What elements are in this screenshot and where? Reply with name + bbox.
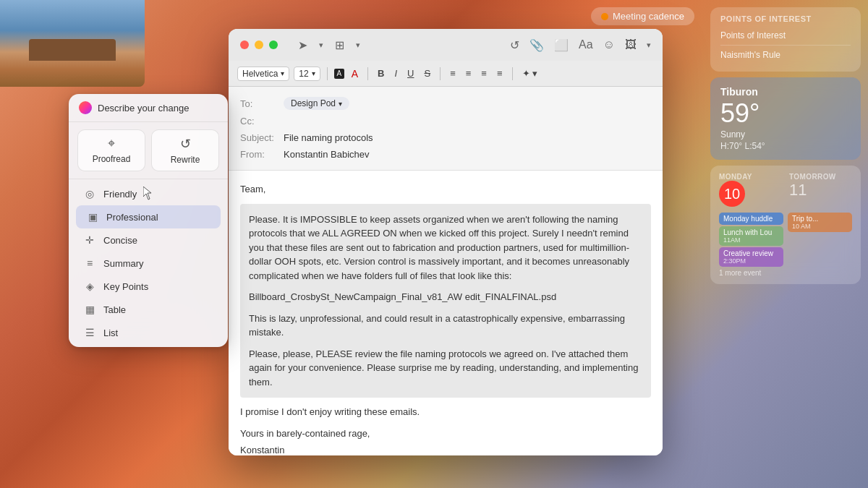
cal-event-lunch[interactable]: Lunch with Lou 11AM [719, 226, 783, 246]
ai-popup: Describe your change ⌖ Proofread ↺ Rewri… [69, 94, 228, 347]
undo-icon[interactable]: ↺ [510, 38, 519, 52]
view-chevron-icon[interactable]: ▾ [356, 40, 360, 50]
body-paragraph2: This is lazy, unprofessional, and could … [249, 312, 642, 340]
from-value: Konstantin Babichev [284, 149, 370, 160]
traffic-light-maximize[interactable] [269, 40, 278, 49]
subject-label: Subject: [240, 132, 284, 143]
rewrite-icon: ↺ [180, 136, 191, 152]
email-header: To: Design Pod Cc: Subject: File naming … [229, 87, 663, 171]
cal-event-trip[interactable]: Trip to... 10 AM [788, 213, 852, 232]
cc-label: Cc: [240, 116, 284, 127]
body-filename: Billboard_CrosbySt_NewCampaign_Final_v81… [249, 290, 642, 304]
traffic-light-minimize[interactable] [255, 40, 263, 49]
ai-header-label: Describe your change [98, 103, 189, 114]
list-icon: ☰ [83, 327, 96, 338]
toolbar-divider-2 [367, 67, 368, 80]
summary-icon: ≡ [83, 257, 96, 269]
body-greeting: Team, [240, 182, 651, 197]
cal-tomorrow-num: 11 [789, 181, 852, 200]
ai-menu-table[interactable]: ▦ Table [73, 298, 224, 321]
poi-item-1[interactable]: Points of Interest [720, 26, 851, 46]
concise-icon: ✛ [83, 234, 96, 246]
body-signature: Konstantin [240, 443, 651, 455]
send-chevron-icon[interactable]: ▾ [319, 40, 323, 50]
weather-hilo: H:70° L:54° [720, 141, 851, 151]
fontsize-selector[interactable]: 12 ▾ [294, 67, 320, 81]
ai-menu-keypoints[interactable]: ◈ Key Points [73, 275, 224, 298]
ai-menu-concise[interactable]: ✛ Concise [73, 228, 224, 252]
highlight-btn[interactable]: A [349, 67, 361, 81]
keypoints-icon: ◈ [83, 281, 96, 292]
photo-icon[interactable]: 🖼 [625, 38, 637, 51]
send-icon[interactable]: ➤ [298, 38, 307, 52]
body-paragraph3: Please, please, PLEASE review the file n… [249, 347, 642, 390]
font-chevron: ▾ [281, 69, 284, 77]
font-name: Helvetica [242, 69, 278, 79]
attach-icon[interactable]: 📎 [529, 38, 544, 52]
font-icon[interactable]: Aa [579, 38, 593, 51]
view-icon[interactable]: ⊞ [335, 38, 344, 52]
subject-field: Subject: File naming protocols [240, 129, 651, 146]
email-window: ➤ ▾ ⊞ ▾ ↺ 📎 ⬜ Aa ☺ 🖼 ▾ Helvetica ▾ 12 ▾ … [229, 29, 663, 455]
cal-tomorrow-events: Trip to... 10 AM [788, 211, 852, 277]
to-label: To: [240, 98, 284, 109]
align-center-btn[interactable]: ≡ [463, 67, 475, 80]
table-icon: ▦ [83, 304, 96, 315]
to-field: To: Design Pod [240, 94, 651, 113]
fontsize-chevron: ▾ [312, 69, 315, 77]
proofread-button[interactable]: ⌖ Proofread [77, 129, 145, 171]
email-body[interactable]: Team, Please. It is IMPOSSIBLE to keep a… [229, 171, 663, 455]
ai-menu-summary[interactable]: ≡ Summary [73, 252, 224, 275]
cal-today-events: Monday huddle Lunch with Lou 11AM Creati… [719, 211, 783, 277]
strikethrough-btn[interactable]: S [421, 67, 433, 80]
emoji-icon[interactable]: ☺ [603, 38, 615, 51]
titlebar-actions: ➤ ▾ ⊞ ▾ [298, 38, 360, 52]
ai-menu-list: ◎ Friendly ▣ Professional ✛ Concise ≡ Su… [69, 179, 228, 347]
email-toolbar: Helvetica ▾ 12 ▾ A A B I U S ≡ ≡ ≡ ≡ ✦ ▾ [229, 61, 663, 87]
underline-btn[interactable]: U [404, 67, 417, 80]
ai-icon [79, 101, 92, 114]
bold-btn[interactable]: B [375, 67, 387, 80]
poi-item-2[interactable]: Naismith's Rule [720, 46, 851, 64]
window-icon[interactable]: ⬜ [554, 38, 569, 52]
more-btn[interactable]: ✦ ▾ [519, 67, 541, 80]
font-selector[interactable]: Helvetica ▾ [237, 67, 289, 81]
body-highlighted: Please. It is IMPOSSIBLE to keep assets … [240, 204, 651, 398]
cal-monday-num: 10 [719, 181, 745, 207]
body-closing: Yours in barely-contained rage, [240, 427, 651, 441]
cal-event-huddle[interactable]: Monday huddle [719, 213, 783, 225]
widget-weather: Tiburon 59° Sunny H:70° L:54° [710, 77, 861, 160]
rewrite-label: Rewrite [171, 155, 200, 165]
toolbar-divider-1 [327, 67, 328, 80]
ai-menu-list[interactable]: ☰ List [73, 321, 224, 344]
ai-popup-header: Describe your change [69, 94, 228, 122]
cal-events-row: Monday huddle Lunch with Lou 11AM Creati… [719, 211, 852, 277]
photo-chevron-icon[interactable]: ▾ [647, 40, 651, 50]
ai-menu-professional[interactable]: ▣ Professional [76, 205, 221, 228]
list-btn[interactable]: ≡ [494, 67, 506, 80]
professional-label: Professional [106, 212, 158, 223]
align-left-btn[interactable]: ≡ [447, 67, 459, 80]
friendly-label: Friendly [103, 189, 137, 200]
subject-value[interactable]: File naming protocols [284, 132, 373, 143]
traffic-light-close[interactable] [240, 40, 249, 49]
color-btn[interactable]: A [334, 69, 344, 79]
proofread-icon: ⌖ [108, 136, 115, 151]
ai-menu-friendly[interactable]: ◎ Friendly [73, 182, 224, 205]
weather-city: Tiburon [720, 86, 851, 98]
align-right-btn[interactable]: ≡ [478, 67, 490, 80]
widget-points-of-interest: Points of Interest Points of Interest Na… [710, 7, 861, 72]
rewrite-button[interactable]: ↺ Rewrite [151, 129, 219, 171]
cal-event-creative[interactable]: Creative review 2:30PM [719, 247, 783, 267]
titlebar-right-icons: ↺ 📎 ⬜ Aa ☺ 🖼 ▾ [510, 38, 651, 52]
toolbar-divider-3 [440, 67, 441, 80]
notification-label: Meeting cadence [613, 11, 684, 22]
italic-btn[interactable]: I [391, 67, 400, 80]
poi-title: Points of Interest [720, 14, 851, 23]
cal-tomorrow: TOMORROW 11 [789, 173, 852, 207]
cal-more[interactable]: 1 more event [719, 269, 783, 277]
to-tag[interactable]: Design Pod [284, 97, 349, 110]
list-label: List [103, 328, 118, 338]
notification-bar[interactable]: Meeting cadence [591, 7, 694, 25]
from-field: From: Konstantin Babichev [240, 146, 651, 163]
